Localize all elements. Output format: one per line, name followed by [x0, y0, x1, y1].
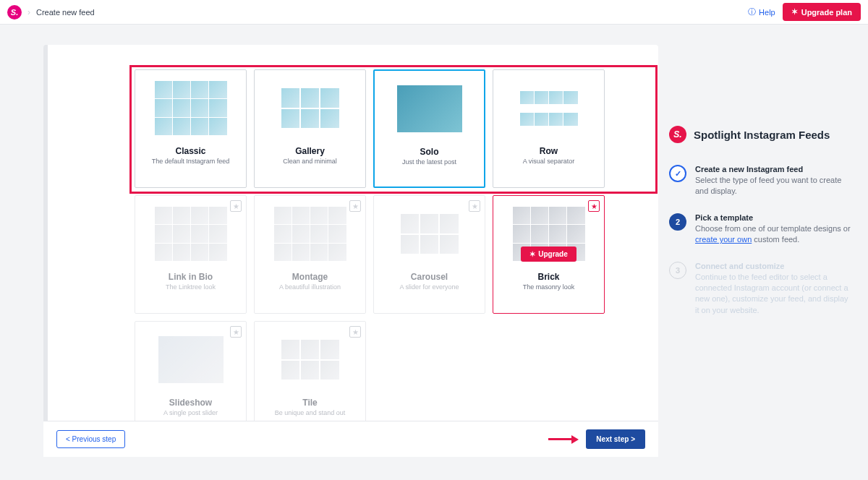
breadcrumb: S. › Create new feed — [7, 5, 95, 20]
star-icon: ✶ — [529, 250, 535, 258]
template-preview — [271, 77, 350, 139]
step-number-icon: 2 — [669, 213, 686, 231]
template-subtitle: The masonry look — [523, 283, 575, 291]
star-icon: ✶ — [791, 7, 798, 17]
upgrade-badge[interactable]: ✶Upgrade — [521, 247, 576, 262]
template-card-carousel[interactable]: ★CarouselA slider for everyone — [373, 195, 485, 314]
step-desc: Select the type of feed you want to crea… — [695, 175, 854, 197]
template-subtitle: A slider for everyone — [399, 283, 459, 291]
main-content: ClassicThe default Instagram feedGallery… — [0, 25, 662, 457]
template-title: Tile — [302, 398, 317, 408]
step-title: Connect and customize — [695, 262, 854, 270]
create-your-own-link[interactable]: create your own — [695, 235, 752, 244]
template-panel: ClassicThe default Instagram feedGallery… — [43, 45, 658, 457]
right-sidebar: S. Spotlight Instagram Feeds ✓ Create a … — [662, 25, 868, 457]
template-preview — [390, 203, 469, 265]
upgrade-label: Upgrade plan — [801, 8, 852, 17]
top-bar: S. › Create new feed ⓘ Help ✶ Upgrade pl… — [0, 0, 868, 25]
template-title: Gallery — [295, 146, 325, 156]
next-step-button[interactable]: Next step > — [586, 429, 645, 449]
check-icon: ✓ — [669, 165, 686, 182]
step-title: Create a new Instagram feed — [695, 165, 854, 173]
sidebar-brand: S. Spotlight Instagram Feeds — [669, 126, 854, 143]
template-card-gallery[interactable]: GalleryClean and minimal — [254, 69, 366, 188]
step-2: 2 Pick a template Choose from one of our… — [669, 213, 854, 246]
star-icon: ★ — [230, 326, 242, 338]
brand-logo: S. — [669, 126, 686, 143]
star-icon: ★ — [349, 326, 361, 338]
template-subtitle: Just the latest post — [402, 158, 456, 166]
template-title: Classic — [175, 146, 205, 156]
step-number-icon: 3 — [669, 262, 686, 279]
star-icon: ★ — [230, 200, 242, 212]
template-preview — [509, 77, 589, 139]
topbar-actions: ⓘ Help ✶ Upgrade plan — [748, 3, 861, 21]
breadcrumb-text: Create new feed — [36, 8, 95, 17]
template-card-classic[interactable]: ClassicThe default Instagram feed — [135, 69, 247, 188]
template-subtitle: The default Instagram feed — [152, 158, 230, 165]
template-preview — [390, 78, 469, 140]
star-icon: ★ — [588, 200, 600, 212]
template-preview — [151, 329, 231, 390]
template-subtitle: A visual separator — [523, 158, 575, 165]
template-subtitle: Clean and minimal — [283, 158, 337, 165]
template-grid: ClassicThe default Instagram feedGallery… — [48, 45, 658, 440]
brand-title: Spotlight Instagram Feeds — [694, 129, 830, 141]
help-link[interactable]: ⓘ Help — [748, 7, 775, 17]
help-label: Help — [759, 8, 775, 17]
star-icon: ★ — [469, 200, 480, 212]
template-title: Link in Bio — [169, 272, 213, 282]
app-logo[interactable]: S. — [7, 5, 22, 20]
template-card-link-in-bio[interactable]: ★Link in BioThe Linktree look — [135, 195, 247, 314]
template-preview — [151, 203, 231, 265]
template-title: Solo — [420, 147, 439, 157]
star-icon: ★ — [349, 200, 361, 212]
step-1: ✓ Create a new Instagram feed Select the… — [669, 165, 854, 197]
chevron-right-icon: › — [27, 7, 30, 17]
template-subtitle: Be unique and stand out — [275, 409, 346, 416]
step-title: Pick a template — [695, 213, 854, 222]
steps-list: ✓ Create a new Instagram feed Select the… — [669, 165, 854, 316]
upgrade-plan-button[interactable]: ✶ Upgrade plan — [783, 3, 861, 21]
template-card-row[interactable]: RowA visual separator — [493, 69, 605, 188]
template-title: Carousel — [411, 272, 448, 282]
template-subtitle: The Linktree look — [166, 283, 216, 291]
template-preview — [151, 77, 231, 139]
step-desc: Continue to the feed editor to select a … — [695, 272, 854, 317]
template-title: Brick — [537, 272, 559, 282]
template-card-solo[interactable]: SoloJust the latest post — [373, 69, 485, 188]
template-subtitle: A single post slider — [163, 409, 218, 416]
template-subtitle: A beautiful illustration — [279, 283, 341, 291]
template-title: Montage — [292, 272, 328, 282]
template-card-montage[interactable]: ★MontageA beautiful illustration — [254, 195, 366, 314]
step-3: 3 Connect and customize Continue to the … — [669, 262, 854, 317]
step-desc: Choose from one of our template designs … — [695, 223, 854, 246]
template-title: Slideshow — [169, 398, 212, 408]
template-card-brick[interactable]: ★✶UpgradeBrickThe masonry look — [493, 195, 605, 314]
template-preview — [271, 203, 350, 265]
previous-step-button[interactable]: < Previous step — [56, 430, 125, 448]
annotation-arrow — [548, 435, 579, 444]
help-icon: ⓘ — [748, 7, 756, 17]
wizard-footer: < Previous step Next step > — [43, 421, 658, 457]
template-title: Row — [540, 146, 558, 156]
template-preview — [271, 329, 350, 390]
